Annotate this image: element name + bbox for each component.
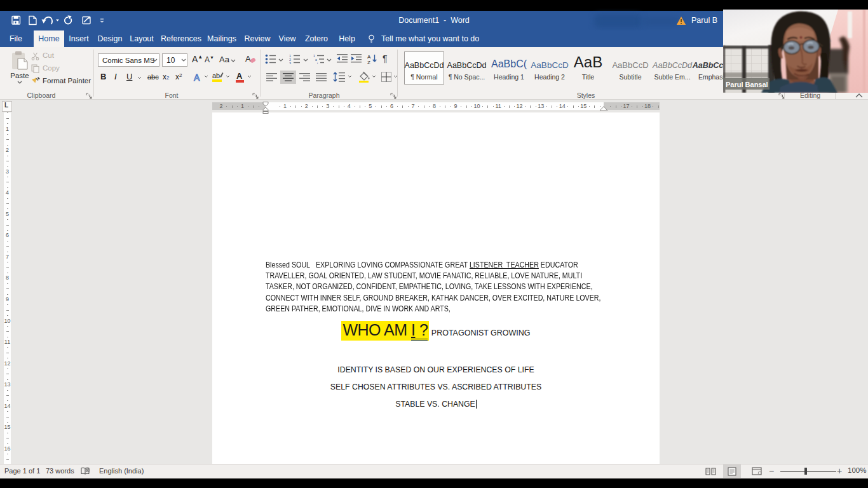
- svg-text:Parul Bansal: Parul Bansal: [726, 81, 768, 88]
- svg-text:3: 3: [289, 62, 291, 65]
- svg-text:Z: Z: [367, 60, 370, 65]
- svg-text:A: A: [245, 54, 251, 64]
- svg-text:i: i: [317, 62, 318, 65]
- svg-text:A: A: [194, 72, 200, 83]
- svg-text:ab: ab: [212, 72, 220, 79]
- svg-text:A: A: [236, 71, 243, 81]
